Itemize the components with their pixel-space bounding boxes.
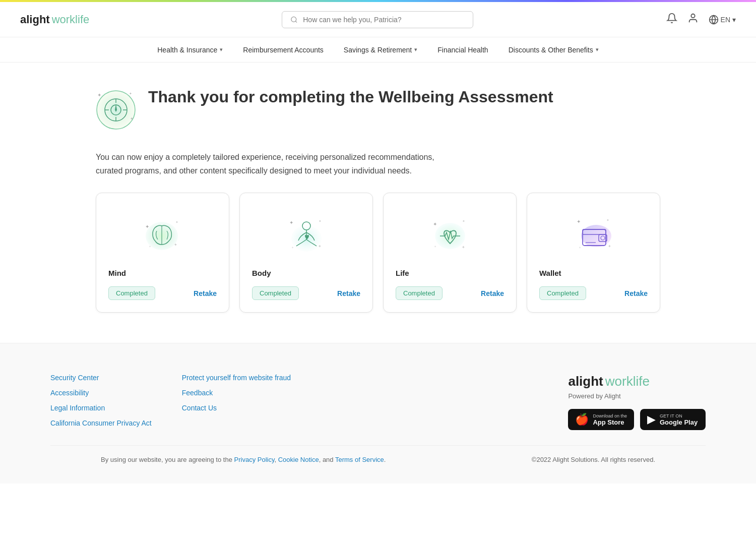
chevron-down-icon: ▾ xyxy=(596,46,599,53)
logo-worklife: worklife xyxy=(52,13,90,26)
card-wallet-footer: Completed Retake xyxy=(539,286,648,300)
user-icon[interactable] xyxy=(687,13,699,27)
footer-link-feedback[interactable]: Feedback xyxy=(182,389,291,397)
logo-alight: alight xyxy=(20,13,50,26)
chevron-down-icon: ▾ xyxy=(414,46,417,53)
svg-point-0 xyxy=(291,17,296,22)
footer-link-fraud[interactable]: Protect yourself from website fraud xyxy=(182,374,291,382)
card-wallet: ✦ ✦ ✦ ✦ Wallet Completed Retake xyxy=(527,193,660,313)
footer-link-accessibility[interactable]: Accessibility xyxy=(50,389,152,397)
footer-logo: alight worklife xyxy=(568,374,649,389)
footer-col-2: Protect yourself from website fraud Feed… xyxy=(182,374,291,430)
card-life-footer: Completed Retake xyxy=(396,286,504,300)
card-body-status: Completed xyxy=(252,286,299,300)
google-play-icon: ▶ xyxy=(647,413,656,426)
nav-item-discounts[interactable]: Discounts & Other Benefits ▾ xyxy=(509,46,599,54)
card-mind-status: Completed xyxy=(108,286,155,300)
svg-text:✦: ✦ xyxy=(462,245,465,250)
card-wallet-status: Completed xyxy=(539,286,586,300)
card-life-status: Completed xyxy=(396,286,443,300)
svg-text:✦: ✦ xyxy=(291,246,294,249)
card-life: ✦ ✦ ✦ ✦ Life Completed Retake xyxy=(383,193,517,313)
footer-bottom: By using our website, you are agreeing t… xyxy=(50,445,706,463)
hero-section: ✦ ✦ ✦ Thank you for completing the Wellb… xyxy=(96,88,660,130)
lang-chevron-icon: ▾ xyxy=(732,16,736,24)
card-body: ✦ ✦ ✦ ✦ Body Completed Retake xyxy=(239,193,373,313)
svg-text:✦: ✦ xyxy=(608,244,611,249)
svg-point-25 xyxy=(435,223,465,249)
card-wallet-title: Wallet xyxy=(539,269,648,277)
svg-text:✦: ✦ xyxy=(145,224,149,229)
footer-col-1: Security Center Accessibility Legal Info… xyxy=(50,374,152,430)
nav-item-savings[interactable]: Savings & Retirement ▾ xyxy=(344,46,417,54)
hero-subtitle: You can now enjoy a completely tailored … xyxy=(96,150,438,177)
svg-text:✦: ✦ xyxy=(130,116,134,121)
nav-item-financial-health[interactable]: Financial Health xyxy=(437,46,488,54)
card-mind-title: Mind xyxy=(108,269,217,277)
bell-icon[interactable] xyxy=(666,13,677,27)
svg-text:✦: ✦ xyxy=(462,219,465,223)
card-mind: ✦ ✦ ✦ ✦ Mind Completed Retake xyxy=(96,193,229,313)
footer-legal-text: By using our website, you are agreeing t… xyxy=(101,456,386,463)
app-store-badge[interactable]: 🍎 Download on the App Store xyxy=(568,409,634,430)
search-input[interactable] xyxy=(303,16,465,24)
header: alight worklife EN ▾ xyxy=(0,2,756,37)
footer: Security Center Accessibility Legal Info… xyxy=(0,343,756,484)
google-play-badge[interactable]: ▶ GET IT ON Google Play xyxy=(640,409,706,430)
card-wallet-icon-area: ✦ ✦ ✦ ✦ xyxy=(539,208,648,259)
google-play-name: Google Play xyxy=(660,419,698,426)
assessment-cards: ✦ ✦ ✦ ✦ Mind Completed Retake xyxy=(96,193,660,313)
card-body-retake-button[interactable]: Retake xyxy=(337,289,360,297)
footer-terms-link[interactable]: Terms of Service xyxy=(335,456,384,463)
footer-link-contact[interactable]: Contact Us xyxy=(182,404,291,412)
hero-text: Thank you for completing the Wellbeing A… xyxy=(148,88,553,106)
card-life-title: Life xyxy=(396,269,504,277)
main-nav: Health & Insurance ▾ Reimbursement Accou… xyxy=(0,37,756,63)
card-mind-footer: Completed Retake xyxy=(108,286,217,300)
card-wallet-retake-button[interactable]: Retake xyxy=(624,289,648,297)
card-body-title: Body xyxy=(252,269,360,277)
card-body-footer: Completed Retake xyxy=(252,286,360,300)
svg-text:✦: ✦ xyxy=(606,218,609,222)
chevron-down-icon: ▾ xyxy=(220,46,223,53)
svg-text:✦: ✦ xyxy=(319,219,322,223)
footer-inner: Security Center Accessibility Legal Info… xyxy=(50,374,706,430)
language-selector[interactable]: EN ▾ xyxy=(709,15,736,25)
app-store-sub: Download on the xyxy=(593,413,627,419)
nav-item-health-insurance[interactable]: Health & Insurance ▾ xyxy=(157,46,223,54)
lang-label: EN xyxy=(721,16,730,24)
svg-text:✦: ✦ xyxy=(174,243,177,247)
svg-text:✦: ✦ xyxy=(149,245,151,248)
footer-logo-alight: alight xyxy=(568,374,603,389)
footer-copyright: ©2022 Alight Solutions. All rights reser… xyxy=(532,456,655,463)
powered-by-text: Powered by Alight xyxy=(568,392,620,400)
card-body-icon-area: ✦ ✦ ✦ ✦ xyxy=(252,208,360,259)
card-mind-retake-button[interactable]: Retake xyxy=(194,289,217,297)
footer-brand: alight worklife Powered by Alight 🍎 Down… xyxy=(568,374,706,430)
svg-text:✦: ✦ xyxy=(175,220,178,224)
footer-link-legal[interactable]: Legal Information xyxy=(50,404,152,412)
store-badges: 🍎 Download on the App Store ▶ GET IT ON … xyxy=(568,409,706,430)
svg-text:✦: ✦ xyxy=(289,220,293,225)
svg-point-1 xyxy=(691,14,695,17)
search-box xyxy=(282,11,473,28)
svg-text:✦: ✦ xyxy=(579,246,581,249)
apple-icon: 🍎 xyxy=(575,413,589,426)
svg-text:✦: ✦ xyxy=(434,245,436,248)
svg-text:✦: ✦ xyxy=(433,221,437,227)
footer-link-security[interactable]: Security Center xyxy=(50,374,152,382)
card-life-retake-button[interactable]: Retake xyxy=(481,289,504,297)
nav-item-reimbursement[interactable]: Reimbursement Accounts xyxy=(243,46,324,54)
header-search xyxy=(89,11,666,28)
hero-icon: ✦ ✦ ✦ xyxy=(96,90,136,130)
google-play-sub: GET IT ON xyxy=(660,413,698,419)
app-store-name: App Store xyxy=(593,419,627,426)
footer-privacy-policy-link[interactable]: Privacy Policy xyxy=(234,456,275,463)
card-mind-icon-area: ✦ ✦ ✦ ✦ xyxy=(108,208,217,259)
svg-text:✦: ✦ xyxy=(97,92,101,98)
footer-link-ccpa[interactable]: California Consumer Privacy Act xyxy=(50,419,152,427)
footer-cookie-notice-link[interactable]: Cookie Notice xyxy=(278,456,319,463)
card-life-icon-area: ✦ ✦ ✦ ✦ xyxy=(396,208,504,259)
logo[interactable]: alight worklife xyxy=(20,13,89,26)
svg-text:✦: ✦ xyxy=(129,92,132,95)
